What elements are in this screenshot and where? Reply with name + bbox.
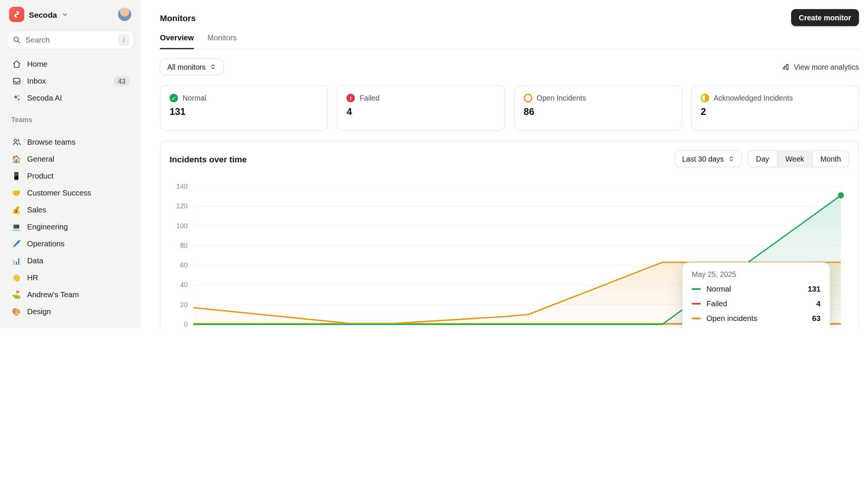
sidebar-item-team-sales[interactable]: 💰 Sales [7, 202, 134, 218]
stat-label: Failed [359, 94, 379, 102]
date-range-dropdown[interactable]: Last 30 days [675, 150, 742, 167]
sidebar-item-team-andrews-team[interactable]: ⛳ Andrew's Team [7, 287, 134, 303]
svg-text:40: 40 [180, 281, 188, 289]
search-shortcut-key: / [118, 34, 130, 46]
granularity-segmented-control: Day Week Month [747, 150, 849, 167]
sidebar-item-label: Engineering [27, 223, 68, 231]
svg-text:60: 60 [180, 261, 188, 269]
secoda-logo-icon [9, 7, 24, 22]
stat-value: 86 [524, 106, 672, 118]
sidebar-item-browse-teams[interactable]: Browse teams [7, 134, 134, 151]
sidebar-item-label: Design [27, 307, 51, 316]
monitor-filter-label: All monitors [167, 63, 206, 71]
svg-text:100: 100 [176, 222, 188, 230]
tab-overview[interactable]: Overview [160, 34, 194, 49]
incidents-chart-card: Incidents over time Last 30 days Day Wee… [160, 141, 859, 329]
sidebar-item-label: HR [27, 274, 38, 282]
sidebar-item-secoda-ai[interactable]: Secoda AI [7, 90, 134, 107]
workspace-switcher[interactable]: Secoda [9, 7, 68, 22]
sidebar-item-team-hr[interactable]: 👋 HR [7, 270, 134, 286]
tooltip-row: Failed 4 [692, 299, 821, 308]
team-emoji-icon: 👋 [11, 274, 21, 282]
user-avatar[interactable] [118, 8, 132, 22]
tooltip-series-label: Normal [706, 285, 731, 293]
team-emoji-icon: 🖊️ [11, 240, 21, 248]
main-content: Monitors Create monitor Overview Monitor… [141, 0, 868, 328]
chevron-down-icon [61, 11, 68, 18]
sidebar-item-inbox[interactable]: Inbox 43 [7, 73, 134, 90]
inbox-count-badge: 43 [114, 76, 129, 86]
svg-text:20: 20 [180, 301, 188, 309]
sidebar-item-home[interactable]: Home [7, 56, 134, 73]
people-icon [11, 138, 21, 147]
tooltip-row: Normal 131 [692, 285, 821, 293]
stat-card-failed: ! Failed 4 [337, 86, 505, 131]
tooltip-row: Open incidents 63 [692, 314, 821, 323]
tooltip-series-value: 4 [816, 299, 821, 308]
alert-circle-icon: ! [347, 94, 355, 102]
sidebar-item-team-design[interactable]: 🎨 Design [7, 304, 134, 320]
sidebar-item-label: Secoda AI [27, 94, 62, 102]
tooltip-date: May 25, 2025 [692, 270, 821, 279]
analytics-bars-icon [781, 63, 790, 71]
svg-text:0: 0 [184, 321, 188, 328]
home-icon [11, 60, 21, 69]
stat-label: Acknowledged Incidents [714, 94, 793, 102]
chart-tooltip: May 25, 2025 Normal 131 Failed 4 Open in… [682, 262, 830, 328]
team-emoji-icon: 🤝 [11, 189, 21, 197]
sidebar: Secoda / Home Inbox 43 [0, 0, 141, 328]
stat-card-normal: ✓ Normal 131 [160, 86, 328, 131]
stat-card-open-incidents: Open Incidents 86 [514, 86, 682, 131]
stat-card-acknowledged-incidents: Acknowledged Incidents 2 [691, 86, 859, 131]
stat-cards-row: ✓ Normal 131 ! Failed 4 Open Incidents 8… [160, 86, 859, 131]
sidebar-item-team-general[interactable]: 🏠 General [7, 151, 134, 168]
sidebar-item-label: General [27, 155, 54, 163]
granularity-day[interactable]: Day [748, 151, 777, 167]
series-swatch [692, 318, 701, 319]
granularity-month[interactable]: Month [813, 151, 849, 167]
sidebar-item-label: Home [27, 60, 47, 69]
series-swatch [692, 288, 701, 290]
stat-value: 4 [347, 106, 495, 118]
team-emoji-icon: 🎨 [11, 307, 21, 316]
sidebar-item-label: Browse teams [27, 138, 75, 147]
monitor-filter-dropdown[interactable]: All monitors [160, 58, 224, 75]
sidebar-item-team-product[interactable]: 📱 Product [7, 168, 134, 185]
sparkles-icon [11, 93, 21, 103]
tab-monitors[interactable]: Monitors [208, 34, 237, 49]
view-more-analytics-label: View more analytics [794, 63, 859, 71]
sidebar-item-label: Inbox [27, 77, 46, 86]
team-emoji-icon: 📊 [11, 257, 21, 265]
search-icon [12, 36, 21, 44]
teams-section-title: Teams [7, 116, 134, 124]
sidebar-item-team-customer-success[interactable]: 🤝 Customer Success [7, 185, 134, 202]
tooltip-series-value: 63 [812, 314, 821, 323]
sidebar-item-label: Customer Success [27, 189, 91, 197]
chart-title: Incidents over time [170, 154, 247, 164]
create-monitor-button[interactable]: Create monitor [791, 9, 859, 26]
sidebar-item-team-engineering[interactable]: 💻 Engineering [7, 219, 134, 235]
search-field[interactable] [26, 36, 114, 44]
granularity-week[interactable]: Week [777, 151, 813, 167]
app-root: Secoda / Home Inbox 43 [0, 0, 868, 328]
sidebar-item-label: Product [27, 172, 53, 180]
sidebar-item-team-data[interactable]: 📊 Data [7, 253, 134, 269]
stat-label: Open Incidents [536, 94, 586, 102]
sidebar-item-label: Sales [27, 206, 46, 214]
chevrons-up-down-icon [209, 63, 216, 70]
tab-bar: Overview Monitors [160, 34, 859, 49]
search-input[interactable]: / [7, 31, 134, 49]
sidebar-item-team-operations[interactable]: 🖊️ Operations [7, 236, 134, 252]
series-swatch [692, 303, 701, 305]
view-more-analytics-link[interactable]: View more analytics [781, 63, 859, 71]
team-emoji-icon: ⛳ [11, 290, 21, 299]
workspace-name: Secoda [29, 10, 57, 19]
team-emoji-icon: 📱 [11, 172, 21, 180]
tooltip-series-label: Open incidents [706, 314, 757, 323]
sidebar-item-label: Data [27, 257, 43, 265]
svg-text:80: 80 [180, 242, 188, 249]
inbox-icon [11, 76, 21, 86]
svg-text:120: 120 [176, 202, 188, 210]
open-circle-icon [524, 94, 532, 102]
stat-value: 2 [701, 106, 850, 118]
